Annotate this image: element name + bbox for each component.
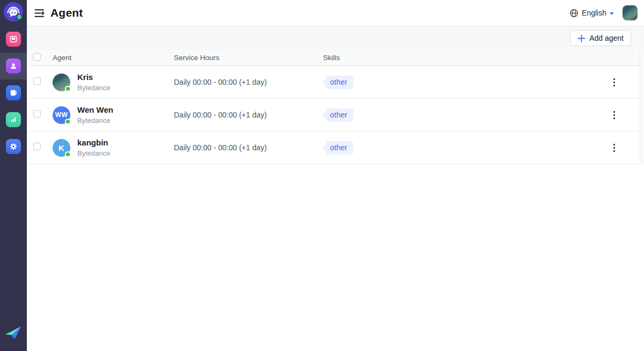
- sidebar-item-workspace[interactable]: [0, 26, 27, 53]
- row-checkbox[interactable]: [33, 143, 41, 150]
- brand-footer: [0, 319, 27, 348]
- topbar-right: English: [569, 5, 638, 20]
- avatar: [53, 74, 70, 91]
- app-window: Agent English: [0, 0, 644, 351]
- agent-name: kangbin: [77, 138, 110, 148]
- agent-cell: Kris Bytedance: [53, 72, 174, 92]
- caret-down-icon: [610, 12, 614, 15]
- chat-bot-logo-icon: [3, 2, 24, 24]
- sidebar: [0, 0, 27, 351]
- inbox-monitor-icon: [6, 32, 21, 47]
- column-header-skills: Skills: [319, 54, 608, 62]
- app-logo[interactable]: [0, 0, 27, 26]
- plus-icon: [577, 34, 586, 42]
- kebab-menu-icon[interactable]: [608, 141, 620, 154]
- add-agent-button[interactable]: Add agent: [570, 30, 631, 46]
- table-row: Kris Bytedance Daily 00:00 - 00:00 (+1 d…: [27, 66, 640, 99]
- skill-tag[interactable]: other: [326, 108, 353, 122]
- agent-table-wrap: Agent Service Hours Skills Kris: [27, 50, 644, 351]
- knowledge-book-icon: [6, 85, 21, 100]
- column-header-agent: Agent: [53, 54, 174, 62]
- sidebar-item-settings[interactable]: [0, 133, 27, 160]
- kebab-menu-icon[interactable]: [608, 76, 620, 89]
- column-header-service-hours: Service Hours: [174, 54, 319, 62]
- service-hours: Daily 00:00 - 00:00 (+1 day): [174, 78, 319, 86]
- agent-name: Wen Wen: [77, 105, 113, 115]
- paper-plane-logo-icon: [4, 324, 23, 342]
- agent-cell: K kangbin Bytedance: [53, 138, 174, 158]
- table-row: K kangbin Bytedance Daily 00:00 - 00:00 …: [27, 131, 640, 164]
- agent-company: Bytedance: [77, 149, 110, 157]
- agent-company: Bytedance: [77, 84, 110, 92]
- online-status-dot: [65, 151, 71, 157]
- avatar: WW: [53, 106, 70, 124]
- globe-icon: [569, 9, 579, 18]
- table-right-strip: [640, 50, 644, 164]
- sidebar-spacer: [0, 160, 27, 319]
- agent-person-icon: [6, 58, 21, 74]
- collapse-menu-icon[interactable]: [31, 4, 48, 21]
- skill-tag[interactable]: other: [326, 76, 353, 89]
- service-hours: Daily 00:00 - 00:00 (+1 day): [174, 143, 319, 152]
- agent-table: Agent Service Hours Skills Kris: [27, 50, 640, 164]
- language-selector[interactable]: English: [569, 9, 614, 18]
- agent-name: Kris: [77, 72, 110, 83]
- select-all-checkbox[interactable]: [33, 53, 41, 61]
- service-hours: Daily 00:00 - 00:00 (+1 day): [174, 111, 319, 119]
- language-label: English: [582, 9, 606, 17]
- skill-tag[interactable]: other: [326, 141, 353, 155]
- online-status-dot: [65, 86, 71, 92]
- sidebar-item-knowledge[interactable]: [0, 79, 27, 106]
- user-avatar[interactable]: [623, 5, 638, 20]
- analytics-chart-icon: [6, 112, 21, 127]
- main-area: Agent English: [27, 0, 644, 351]
- online-status-dot: [65, 119, 71, 125]
- agent-company: Bytedance: [77, 116, 113, 125]
- table-header-row: Agent Service Hours Skills: [27, 50, 640, 66]
- row-checkbox[interactable]: [33, 77, 41, 85]
- sidebar-item-agent[interactable]: [0, 53, 27, 79]
- row-checkbox[interactable]: [33, 110, 41, 118]
- sidebar-item-analytics[interactable]: [0, 106, 27, 133]
- table-row: WW Wen Wen Bytedance Daily 00:00 - 00:00…: [27, 99, 640, 131]
- add-agent-label: Add agent: [589, 34, 624, 42]
- avatar: K: [53, 139, 70, 157]
- kebab-menu-icon[interactable]: [608, 108, 620, 121]
- toolbar: Add agent: [27, 26, 644, 50]
- settings-gear-icon: [6, 139, 21, 154]
- page-title: Agent: [50, 6, 83, 19]
- top-header: Agent English: [27, 0, 644, 26]
- agent-cell: WW Wen Wen Bytedance: [53, 105, 174, 125]
